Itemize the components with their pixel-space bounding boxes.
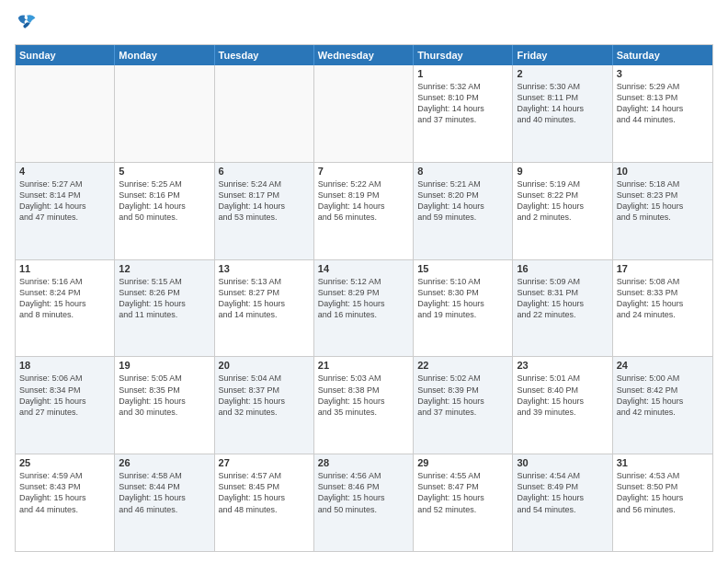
day-info: Sunrise: 5:25 AM Sunset: 8:16 PM Dayligh… bbox=[119, 178, 210, 224]
day-number: 6 bbox=[219, 166, 310, 177]
day-number: 13 bbox=[219, 263, 310, 274]
header-day-monday: Monday bbox=[115, 45, 214, 65]
day-number: 26 bbox=[119, 457, 210, 468]
calendar: SundayMondayTuesdayWednesdayThursdayFrid… bbox=[15, 44, 713, 552]
empty-cell-0-2 bbox=[215, 65, 314, 162]
day-cell-1: 1Sunrise: 5:32 AM Sunset: 8:10 PM Daylig… bbox=[414, 65, 513, 162]
day-info: Sunrise: 4:59 AM Sunset: 8:43 PM Dayligh… bbox=[19, 470, 110, 515]
day-cell-9: 9Sunrise: 5:19 AM Sunset: 8:22 PM Daylig… bbox=[513, 163, 612, 259]
day-cell-8: 8Sunrise: 5:21 AM Sunset: 8:20 PM Daylig… bbox=[414, 163, 513, 259]
day-info: Sunrise: 5:30 AM Sunset: 8:11 PM Dayligh… bbox=[517, 81, 608, 126]
header-day-friday: Friday bbox=[513, 45, 612, 65]
day-cell-19: 19Sunrise: 5:05 AM Sunset: 8:35 PM Dayli… bbox=[115, 357, 214, 454]
day-number: 8 bbox=[417, 166, 508, 177]
page: SundayMondayTuesdayWednesdayThursdayFrid… bbox=[0, 0, 728, 563]
header-day-saturday: Saturday bbox=[613, 45, 712, 65]
day-cell-6: 6Sunrise: 5:24 AM Sunset: 8:17 PM Daylig… bbox=[215, 163, 314, 259]
day-cell-26: 26Sunrise: 4:58 AM Sunset: 8:44 PM Dayli… bbox=[115, 454, 214, 551]
day-number: 16 bbox=[517, 263, 608, 274]
calendar-row-2: 4Sunrise: 5:27 AM Sunset: 8:14 PM Daylig… bbox=[16, 163, 712, 260]
day-info: Sunrise: 5:01 AM Sunset: 8:40 PM Dayligh… bbox=[517, 373, 608, 418]
day-number: 30 bbox=[517, 457, 608, 468]
day-number: 25 bbox=[19, 457, 110, 468]
day-info: Sunrise: 5:19 AM Sunset: 8:22 PM Dayligh… bbox=[517, 178, 608, 224]
day-cell-14: 14Sunrise: 5:12 AM Sunset: 8:29 PM Dayli… bbox=[314, 260, 414, 357]
day-info: Sunrise: 5:04 AM Sunset: 8:37 PM Dayligh… bbox=[219, 373, 310, 418]
day-info: Sunrise: 5:13 AM Sunset: 8:27 PM Dayligh… bbox=[219, 276, 310, 321]
day-info: Sunrise: 5:12 AM Sunset: 8:29 PM Dayligh… bbox=[318, 276, 409, 321]
day-info: Sunrise: 5:24 AM Sunset: 8:17 PM Dayligh… bbox=[219, 178, 310, 224]
day-cell-29: 29Sunrise: 4:55 AM Sunset: 8:47 PM Dayli… bbox=[414, 454, 513, 551]
day-number: 23 bbox=[517, 360, 608, 371]
day-number: 11 bbox=[19, 263, 110, 274]
day-cell-31: 31Sunrise: 4:53 AM Sunset: 8:50 PM Dayli… bbox=[613, 454, 712, 551]
day-info: Sunrise: 5:08 AM Sunset: 8:33 PM Dayligh… bbox=[617, 276, 709, 321]
day-info: Sunrise: 5:22 AM Sunset: 8:19 PM Dayligh… bbox=[318, 178, 409, 224]
day-number: 4 bbox=[19, 166, 110, 177]
day-cell-22: 22Sunrise: 5:02 AM Sunset: 8:39 PM Dayli… bbox=[414, 357, 513, 454]
calendar-row-1: 1Sunrise: 5:32 AM Sunset: 8:10 PM Daylig… bbox=[16, 65, 712, 163]
day-cell-12: 12Sunrise: 5:15 AM Sunset: 8:26 PM Dayli… bbox=[115, 260, 214, 357]
day-info: Sunrise: 5:00 AM Sunset: 8:42 PM Dayligh… bbox=[617, 373, 709, 418]
day-info: Sunrise: 4:54 AM Sunset: 8:49 PM Dayligh… bbox=[517, 470, 608, 515]
day-cell-21: 21Sunrise: 5:03 AM Sunset: 8:38 PM Dayli… bbox=[314, 357, 414, 454]
day-cell-23: 23Sunrise: 5:01 AM Sunset: 8:40 PM Dayli… bbox=[513, 357, 612, 454]
day-number: 14 bbox=[318, 263, 409, 274]
day-cell-28: 28Sunrise: 4:56 AM Sunset: 8:46 PM Dayli… bbox=[314, 454, 414, 551]
day-cell-18: 18Sunrise: 5:06 AM Sunset: 8:34 PM Dayli… bbox=[16, 357, 115, 454]
day-info: Sunrise: 5:32 AM Sunset: 8:10 PM Dayligh… bbox=[417, 81, 508, 126]
day-info: Sunrise: 5:27 AM Sunset: 8:14 PM Dayligh… bbox=[19, 178, 110, 224]
day-info: Sunrise: 4:53 AM Sunset: 8:50 PM Dayligh… bbox=[617, 470, 709, 515]
day-cell-30: 30Sunrise: 4:54 AM Sunset: 8:49 PM Dayli… bbox=[513, 454, 612, 551]
day-cell-3: 3Sunrise: 5:29 AM Sunset: 8:13 PM Daylig… bbox=[613, 65, 712, 162]
day-cell-7: 7Sunrise: 5:22 AM Sunset: 8:19 PM Daylig… bbox=[314, 163, 414, 259]
day-info: Sunrise: 5:05 AM Sunset: 8:35 PM Dayligh… bbox=[119, 373, 210, 418]
calendar-row-4: 18Sunrise: 5:06 AM Sunset: 8:34 PM Dayli… bbox=[16, 357, 712, 454]
day-info: Sunrise: 4:58 AM Sunset: 8:44 PM Dayligh… bbox=[119, 470, 210, 515]
day-number: 9 bbox=[517, 166, 608, 177]
day-info: Sunrise: 5:21 AM Sunset: 8:20 PM Dayligh… bbox=[417, 178, 508, 224]
day-cell-11: 11Sunrise: 5:16 AM Sunset: 8:24 PM Dayli… bbox=[16, 260, 115, 357]
calendar-row-5: 25Sunrise: 4:59 AM Sunset: 8:43 PM Dayli… bbox=[16, 454, 712, 551]
calendar-header-row: SundayMondayTuesdayWednesdayThursdayFrid… bbox=[16, 45, 712, 65]
day-info: Sunrise: 5:10 AM Sunset: 8:30 PM Dayligh… bbox=[417, 276, 508, 321]
day-info: Sunrise: 5:09 AM Sunset: 8:31 PM Dayligh… bbox=[517, 276, 608, 321]
day-cell-16: 16Sunrise: 5:09 AM Sunset: 8:31 PM Dayli… bbox=[513, 260, 612, 357]
header-day-tuesday: Tuesday bbox=[215, 45, 314, 65]
day-number: 17 bbox=[617, 263, 709, 274]
day-number: 28 bbox=[318, 457, 409, 468]
day-info: Sunrise: 5:03 AM Sunset: 8:38 PM Dayligh… bbox=[318, 373, 409, 418]
day-info: Sunrise: 5:18 AM Sunset: 8:23 PM Dayligh… bbox=[617, 178, 709, 224]
day-number: 15 bbox=[417, 263, 508, 274]
day-info: Sunrise: 5:16 AM Sunset: 8:24 PM Dayligh… bbox=[19, 276, 110, 321]
day-info: Sunrise: 4:55 AM Sunset: 8:47 PM Dayligh… bbox=[417, 470, 508, 515]
header-day-thursday: Thursday bbox=[414, 45, 513, 65]
day-number: 19 bbox=[119, 360, 210, 371]
calendar-body: 1Sunrise: 5:32 AM Sunset: 8:10 PM Daylig… bbox=[16, 65, 712, 551]
day-number: 7 bbox=[318, 166, 409, 177]
day-cell-17: 17Sunrise: 5:08 AM Sunset: 8:33 PM Dayli… bbox=[613, 260, 712, 357]
day-cell-2: 2Sunrise: 5:30 AM Sunset: 8:11 PM Daylig… bbox=[513, 65, 612, 162]
day-info: Sunrise: 4:57 AM Sunset: 8:45 PM Dayligh… bbox=[219, 470, 310, 515]
day-number: 29 bbox=[417, 457, 508, 468]
day-info: Sunrise: 4:56 AM Sunset: 8:46 PM Dayligh… bbox=[318, 470, 409, 515]
day-cell-5: 5Sunrise: 5:25 AM Sunset: 8:16 PM Daylig… bbox=[115, 163, 214, 259]
day-number: 5 bbox=[119, 166, 210, 177]
day-info: Sunrise: 5:15 AM Sunset: 8:26 PM Dayligh… bbox=[119, 276, 210, 321]
day-info: Sunrise: 5:06 AM Sunset: 8:34 PM Dayligh… bbox=[19, 373, 110, 418]
day-cell-27: 27Sunrise: 4:57 AM Sunset: 8:45 PM Dayli… bbox=[215, 454, 314, 551]
day-number: 24 bbox=[617, 360, 709, 371]
header-day-wednesday: Wednesday bbox=[314, 45, 414, 65]
day-cell-13: 13Sunrise: 5:13 AM Sunset: 8:27 PM Dayli… bbox=[215, 260, 314, 357]
day-cell-25: 25Sunrise: 4:59 AM Sunset: 8:43 PM Dayli… bbox=[16, 454, 115, 551]
calendar-row-3: 11Sunrise: 5:16 AM Sunset: 8:24 PM Dayli… bbox=[16, 260, 712, 358]
day-info: Sunrise: 5:02 AM Sunset: 8:39 PM Dayligh… bbox=[417, 373, 508, 418]
day-number: 31 bbox=[617, 457, 709, 468]
logo-icon bbox=[15, 11, 40, 37]
day-number: 12 bbox=[119, 263, 210, 274]
day-cell-4: 4Sunrise: 5:27 AM Sunset: 8:14 PM Daylig… bbox=[16, 163, 115, 259]
day-number: 2 bbox=[517, 68, 608, 79]
day-info: Sunrise: 5:29 AM Sunset: 8:13 PM Dayligh… bbox=[617, 81, 709, 126]
day-cell-10: 10Sunrise: 5:18 AM Sunset: 8:23 PM Dayli… bbox=[613, 163, 712, 259]
day-number: 20 bbox=[219, 360, 310, 371]
